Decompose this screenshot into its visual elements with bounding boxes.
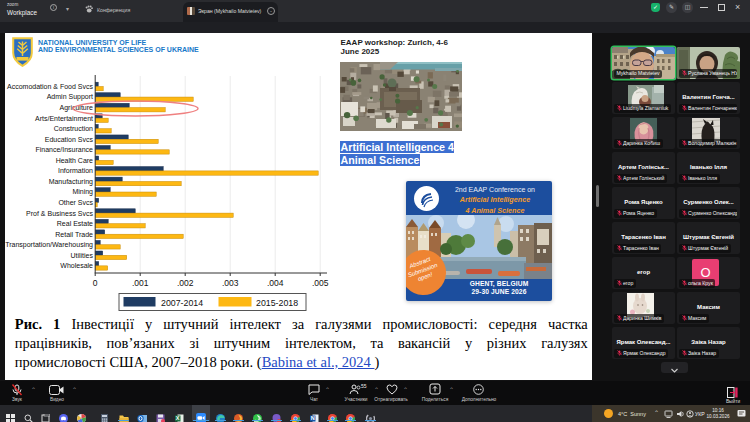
svg-text:Arts/Entertainment: Arts/Entertainment	[35, 115, 93, 122]
svg-text:2007-2014: 2007-2014	[161, 298, 203, 308]
svg-text:0: 0	[93, 278, 98, 288]
svg-text:Mining: Mining	[72, 188, 93, 196]
svg-text:Accomodation & Food Svcs: Accomodation & Food Svcs	[7, 83, 93, 90]
svg-text:.001: .001	[132, 278, 149, 288]
svg-text:.003: .003	[222, 278, 239, 288]
svg-text:.002: .002	[177, 278, 194, 288]
svg-text:Real Estate: Real Estate	[57, 220, 93, 227]
svg-text:Retail Trade: Retail Trade	[55, 231, 93, 238]
svg-text:Wholesale: Wholesale	[60, 262, 93, 269]
svg-text:Education Svcs: Education Svcs	[45, 136, 94, 143]
svg-text:Health Care: Health Care	[56, 157, 93, 164]
svg-text:Information: Information	[58, 167, 93, 174]
svg-text:Finance/Insurance: Finance/Insurance	[35, 146, 93, 153]
svg-text:.004: .004	[267, 278, 284, 288]
svg-text:Transportation/Warehousing: Transportation/Warehousing	[5, 241, 93, 249]
svg-text:2015-2018: 2015-2018	[256, 298, 298, 308]
svg-text:X: X	[176, 415, 180, 421]
svg-text:Construction: Construction	[54, 125, 93, 132]
svg-text:Admin Support: Admin Support	[47, 93, 93, 101]
svg-text:.005: .005	[312, 278, 329, 288]
svg-text:N: N	[311, 415, 315, 421]
svg-text:Prof & Business Svcs: Prof & Business Svcs	[26, 210, 93, 217]
svg-text:Utilities: Utilities	[70, 252, 93, 259]
svg-text:Other Svcs: Other Svcs	[58, 199, 93, 206]
svg-text:Manufacturing: Manufacturing	[49, 178, 93, 186]
